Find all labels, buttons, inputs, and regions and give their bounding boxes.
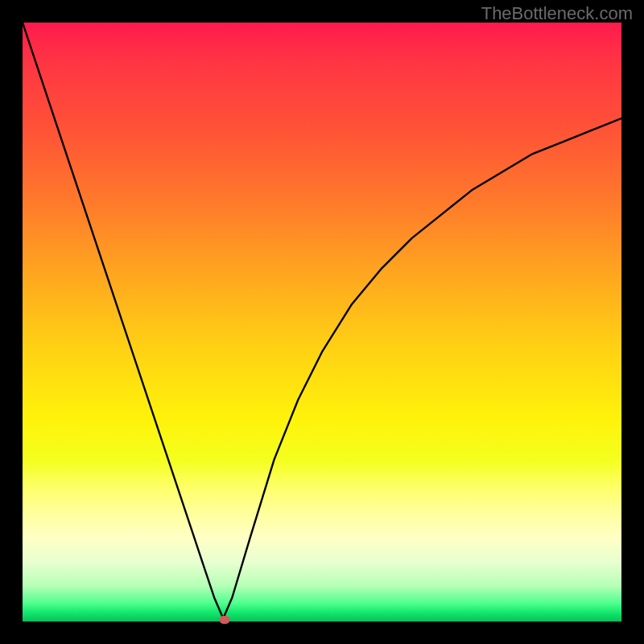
watermark-text: TheBottleneck.com <box>481 3 633 24</box>
bottleneck-curve <box>23 23 621 621</box>
chart-plot-area <box>23 23 621 621</box>
optimum-marker <box>220 616 230 624</box>
